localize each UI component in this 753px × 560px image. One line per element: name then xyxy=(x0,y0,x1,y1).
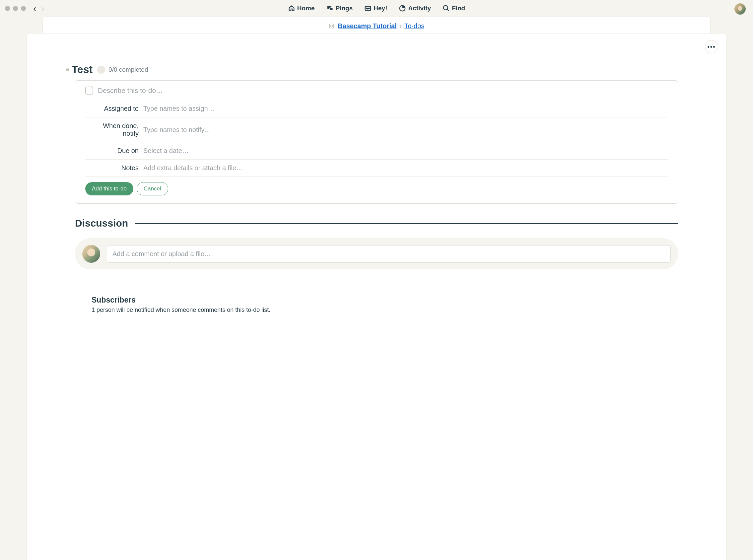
divider-line xyxy=(135,223,425,224)
discussion-title: Discussion xyxy=(75,218,128,229)
list-header: ≡ Test 0/0 completed xyxy=(75,63,425,76)
svg-rect-9 xyxy=(332,26,334,28)
breadcrumb-section-link[interactable]: To-dos xyxy=(404,22,424,29)
subscribers-section: Subscribers 1 person will be notified wh… xyxy=(91,296,425,314)
hey-icon xyxy=(364,5,371,12)
progress-text: 0/0 completed xyxy=(108,66,148,73)
nav-activity[interactable]: Activity xyxy=(399,5,425,12)
activity-icon xyxy=(399,5,406,12)
notes-input[interactable] xyxy=(143,164,425,172)
assigned-to-input[interactable] xyxy=(143,105,425,113)
discussion-section: Discussion xyxy=(75,218,425,269)
assigned-to-label: Assigned to xyxy=(85,105,143,113)
notify-label: When done, notify xyxy=(85,122,143,137)
notify-row: When done, notify xyxy=(85,117,425,142)
todo-description-input[interactable] xyxy=(98,86,425,95)
due-on-input[interactable] xyxy=(143,147,425,155)
list-title[interactable]: Test xyxy=(72,63,93,76)
breadcrumb-project-link[interactable]: Basecamp Tutorial xyxy=(338,22,396,29)
todo-list-area: ≡ Test 0/0 completed Assigned to When do… xyxy=(75,63,425,204)
nav-pings[interactable]: Pings xyxy=(326,5,353,12)
nav-home-label: Home xyxy=(297,5,315,12)
nav-home[interactable]: Home xyxy=(288,5,315,12)
drag-handle-icon[interactable]: ≡ xyxy=(66,66,68,73)
notes-label: Notes xyxy=(85,164,143,172)
discussion-header: Discussion xyxy=(75,218,425,229)
notes-row: Notes xyxy=(85,160,425,177)
home-icon xyxy=(288,5,295,12)
todo-checkbox[interactable] xyxy=(85,86,93,95)
section-divider xyxy=(27,284,425,284)
comment-composer xyxy=(75,238,425,269)
form-actions: Add this to-do Cancel xyxy=(85,182,425,195)
assigned-to-row: Assigned to xyxy=(85,100,425,117)
grid-icon[interactable] xyxy=(329,23,334,30)
nav-hey-label: Hey! xyxy=(373,5,387,12)
svg-rect-6 xyxy=(329,24,331,25)
nav-activity-label: Activity xyxy=(408,5,425,12)
subscribers-text: 1 person will be notified when someone c… xyxy=(91,306,425,314)
nav-hey[interactable]: Hey! xyxy=(364,5,387,12)
svg-rect-7 xyxy=(332,24,334,25)
due-on-label: Due on xyxy=(85,147,143,155)
notify-input[interactable] xyxy=(143,126,425,134)
svg-rect-8 xyxy=(329,26,331,28)
top-nav: Home Pings Hey! Activity Find xyxy=(0,5,425,12)
subscribers-title: Subscribers xyxy=(91,296,425,304)
progress-circle-icon xyxy=(97,66,105,74)
commenter-avatar[interactable] xyxy=(82,245,100,263)
comment-input[interactable] xyxy=(113,250,425,258)
main-panel: ••• ≡ Test 0/0 completed Assigned to Whe… xyxy=(26,33,425,316)
add-todo-button[interactable]: Add this to-do xyxy=(85,182,133,195)
comment-input-box[interactable] xyxy=(107,245,425,263)
nav-pings-label: Pings xyxy=(336,5,353,12)
todo-description-row xyxy=(85,86,425,100)
cancel-button[interactable]: Cancel xyxy=(137,182,168,195)
pings-icon xyxy=(326,5,334,12)
new-todo-form: Assigned to When done, notify Due on Not… xyxy=(75,80,425,204)
due-on-row: Due on xyxy=(85,142,425,160)
svg-rect-1 xyxy=(329,8,333,10)
breadcrumb-separator: › xyxy=(398,22,403,29)
